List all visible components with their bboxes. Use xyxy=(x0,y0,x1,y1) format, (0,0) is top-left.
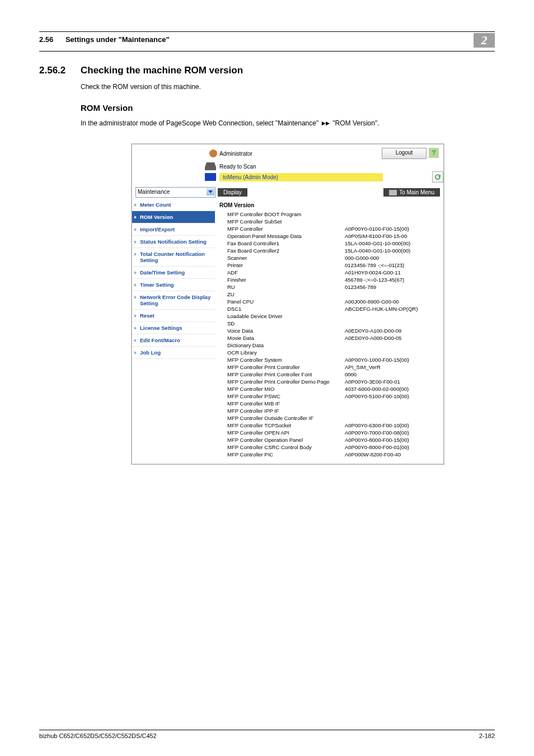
rom-key: OCR Library xyxy=(227,349,345,356)
rom-row: MFP Controller TCPSocketA0P00Y0-6300-F00… xyxy=(227,422,438,429)
running-header: 2.56 Settings under "Maintenance" xyxy=(39,35,170,44)
rom-row: MFP Controller SystemA0P00Y0-1000-F00-15… xyxy=(227,356,438,363)
help-button[interactable]: ? xyxy=(429,148,439,158)
rom-value: A0P00Y0-3E00-F00-01 xyxy=(345,378,400,385)
rom-row: MFP Controller IPP IF xyxy=(227,407,438,414)
main-menu-icon xyxy=(389,190,397,195)
sidebar-item[interactable]: Network Error Code Display Setting xyxy=(132,291,215,310)
rom-row: Fax Board Controller115LA-0040-G01-10-00… xyxy=(227,240,438,247)
header-section-title: Settings under "Maintenance" xyxy=(65,35,170,44)
rom-key: MFP Controller IPP IF xyxy=(227,407,345,414)
administrator-icon xyxy=(209,150,217,157)
rom-key: ADF xyxy=(227,269,345,276)
sidebar-item[interactable]: Status Notification Setting xyxy=(132,236,215,248)
sidebar-item[interactable]: Total Counter Notification Setting xyxy=(132,248,215,267)
rom-row: ZU xyxy=(227,291,438,298)
to-menu-banner[interactable]: toMenu (Admin Mode) xyxy=(219,173,383,181)
refresh-button[interactable] xyxy=(432,171,443,183)
rom-row: RU0123456-789 xyxy=(227,283,438,291)
rom-value: API_SIM_VerR xyxy=(345,363,381,371)
header-section-number: 2.56 xyxy=(39,35,53,44)
rom-key: Operation Panel Message Data xyxy=(227,232,345,240)
rom-row: MFP Controller Outside Controller IF xyxy=(227,414,438,422)
footer-model: bizhub C652/C652DS/C552/C552DS/C452 xyxy=(39,732,157,739)
logout-button[interactable]: Logout xyxy=(382,148,427,159)
sidebar-item[interactable]: Date/Time Setting xyxy=(132,267,215,279)
rom-key: MFP Controller MIB IF xyxy=(227,400,345,407)
rom-row: MFP Controller Operation PanelA0P00Y0-80… xyxy=(227,436,438,444)
sidebar-item[interactable]: Import/Export xyxy=(132,223,215,236)
rom-row: Voice DataA0ED0Y0-A100-D00-09 xyxy=(227,327,438,334)
rom-row: Fax Board Controller215LA-0040-G01-10-00… xyxy=(227,247,438,254)
rom-key: MFP Controller System xyxy=(227,356,345,363)
rom-key: MFP Controller Print Controller xyxy=(227,363,345,371)
rom-value: A0P0SIM-8100-F00-15-00 xyxy=(345,232,407,240)
to-main-menu-label: To Main Menu xyxy=(399,189,434,195)
rom-key: MFP Controller xyxy=(227,225,345,232)
refresh-icon xyxy=(434,174,441,180)
sidebar-item[interactable]: Edit Font/Macro xyxy=(132,334,215,347)
rom-value: A00J000-8900-G00-00 xyxy=(345,298,399,305)
rom-row: OCR Library xyxy=(227,349,438,356)
rom-value: 15LA-0040-G01-10-000(00) xyxy=(345,240,410,247)
rom-key: MFP Controller CSRC Control Body xyxy=(227,444,345,451)
section-number: 2.56.2 xyxy=(39,65,81,76)
category-dropdown[interactable]: Maintenance xyxy=(135,187,216,198)
rom-value: A0P00Y0-1000-F00-15(00) xyxy=(345,356,409,363)
content-title: ROM Version xyxy=(219,202,438,208)
sidebar-item[interactable]: License Settings xyxy=(132,322,215,334)
rom-key: MFP Controller TCPSocket xyxy=(227,422,345,429)
subsection-title: ROM Version xyxy=(81,103,495,113)
rom-key: MFP Controller SubSet xyxy=(227,218,345,225)
sidebar-item[interactable]: Meter Count xyxy=(132,199,215,211)
rom-value: A0P00Y0-7000-F00-08(00) xyxy=(345,429,409,436)
display-tab[interactable]: Display xyxy=(218,188,247,197)
rom-key: MFP Controller PSWC xyxy=(227,393,345,400)
rom-row: Loadable Device Driver xyxy=(227,312,438,320)
chapter-badge: 2 xyxy=(474,33,495,48)
rom-row: MFP Controller CSRC Control BodyA0P00Y0-… xyxy=(227,444,438,451)
subsection-desc: In the administrator mode of PageScope W… xyxy=(81,118,495,129)
sidebar-item[interactable]: Reset xyxy=(132,310,215,322)
rom-row: MFP ControllerA0P00Y0-0100-F00-15(00) xyxy=(227,225,438,232)
sidebar-item[interactable]: ROM Version xyxy=(132,211,215,223)
rom-row: Printer0123456-789 -;<=-01(23) xyxy=(227,262,438,269)
rom-key: Panel CPU xyxy=(227,298,345,305)
rom-key: ZU xyxy=(227,291,345,298)
rom-key: Scanner xyxy=(227,254,345,262)
rom-row: MFP Controller MIO4037-6000-000-02-000(0… xyxy=(227,385,438,393)
rom-key: MFP Controller Print Controller Demo Pag… xyxy=(227,378,345,385)
printer-icon xyxy=(205,162,216,170)
rom-value: A0P000W-8200-F00-40 xyxy=(345,451,401,458)
rom-value: A0ED0Y0-A100-D00-09 xyxy=(345,327,401,334)
rom-row: MFP Controller PICA0P000W-8200-F00-40 xyxy=(227,451,438,458)
screenshot-panel: Administrator Logout ? Ready to Scan toM… xyxy=(131,143,444,465)
rom-key: MFP Controller Print Controller Font xyxy=(227,371,345,378)
rom-key: MFP Controller PIC xyxy=(227,451,345,458)
rom-row: Scanner000-G000-000 xyxy=(227,254,438,262)
rom-key: MFP Controller OPEN API xyxy=(227,429,345,436)
rom-value: 0000 xyxy=(345,371,357,378)
rom-value: A0P00Y0-0100-F00-15(00) xyxy=(345,225,409,232)
rom-key: Dictionary Data xyxy=(227,342,345,349)
rom-key: Voice Data xyxy=(227,327,345,334)
rom-value: 000-G000-000 xyxy=(345,254,379,262)
rom-value: A0P00Y0-5100-F00-10(00) xyxy=(345,393,409,400)
rom-key: Fax Board Controller1 xyxy=(227,240,345,247)
rom-key: Finisher xyxy=(227,276,345,283)
desc-pre: In the administrator mode of PageScope W… xyxy=(81,119,321,127)
rom-value: A0P00Y0-6300-F00-10(00) xyxy=(345,422,409,429)
rom-key: Loadable Device Driver xyxy=(227,312,345,320)
rom-row: MFP Controller BOOT Program xyxy=(227,211,438,218)
to-main-menu-button[interactable]: To Main Menu xyxy=(383,188,440,197)
rom-key: SD xyxy=(227,320,345,327)
desc-post: "ROM Version". xyxy=(331,119,380,127)
sidebar-item[interactable]: Job Log xyxy=(132,347,215,359)
then-arrows-icon: ►► xyxy=(321,119,331,129)
sidebar-item[interactable]: Timer Setting xyxy=(132,279,215,291)
rom-key: MFP Controller MIO xyxy=(227,385,345,393)
rom-row: Movie DataA0ED0Y0-A000-D00-05 xyxy=(227,334,438,342)
rom-value: 0123456-789 xyxy=(345,283,376,291)
section-heading: 2.56.2 Checking the machine ROM version xyxy=(39,65,495,76)
rom-value: 0123456-789 -;<=-01(23) xyxy=(345,262,404,269)
